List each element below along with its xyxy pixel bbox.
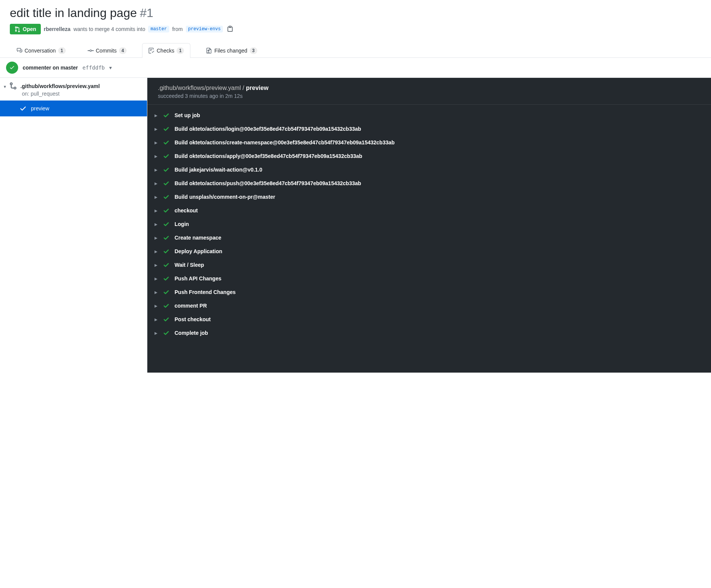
check-icon [163, 153, 169, 159]
tab-files[interactable]: Files changed 3 [199, 43, 263, 58]
pr-title: edit title in landing page [10, 6, 137, 20]
step-row[interactable]: ▶Post checkout [153, 313, 706, 326]
commit-label: commenter on master [23, 65, 78, 71]
chevron-right-icon: ▶ [154, 113, 158, 118]
step-row[interactable]: ▶Push Frontend Changes [153, 285, 706, 299]
chevron-right-icon: ▶ [154, 317, 158, 322]
tab-commits-label: Commits [96, 48, 117, 54]
chevron-right-icon: ▶ [154, 154, 158, 158]
chevron-right-icon: ▶ [154, 331, 158, 335]
step-row[interactable]: ▶Login [153, 217, 706, 231]
step-label: Create namespace [175, 235, 221, 241]
check-icon [9, 65, 15, 71]
step-label: Build okteto/actions/create-namespace@00… [175, 139, 395, 145]
file-diff-icon [206, 48, 212, 54]
pr-state-badge: Open [10, 24, 41, 34]
step-row[interactable]: ▶comment PR [153, 299, 706, 313]
step-label: checkout [175, 207, 198, 214]
tab-checks[interactable]: Checks 1 [142, 43, 191, 58]
step-row[interactable]: ▶Build jakejarvis/wait-action@v0.1.0 [153, 163, 706, 176]
sidebar-job-preview[interactable]: preview [0, 101, 147, 116]
tab-files-label: Files changed [214, 48, 247, 54]
chevron-right-icon: ▶ [154, 249, 158, 254]
check-icon [163, 330, 169, 336]
step-row[interactable]: ▶Build okteto/actions/apply@00e3ef35e8ed… [153, 149, 706, 163]
step-label: Deploy Application [175, 248, 222, 254]
step-label: Build okteto/actions/apply@00e3ef35e8ed4… [175, 153, 362, 159]
run-header: .github/workflows/preview.yaml / preview… [147, 78, 711, 105]
check-icon [163, 180, 169, 186]
from-word: from [172, 26, 183, 32]
check-icon [163, 248, 169, 254]
path-sep: / [243, 85, 244, 91]
commit-selector[interactable]: commenter on master effddfb ▾ [0, 58, 711, 78]
copy-branch-button[interactable] [226, 25, 234, 34]
check-icon [163, 207, 169, 214]
step-label: Build okteto/actions/login@00e3ef35e8ed4… [175, 126, 361, 132]
merge-text: wants to merge 4 commits into [74, 26, 145, 32]
check-icon [163, 316, 169, 322]
chevron-right-icon: ▶ [154, 209, 158, 213]
step-row[interactable]: ▶Complete job [153, 326, 706, 340]
step-label: Post checkout [175, 316, 211, 322]
tab-checks-label: Checks [157, 48, 175, 54]
pr-number: #1 [140, 6, 153, 20]
check-icon [20, 105, 26, 112]
chevron-right-icon: ▶ [154, 168, 158, 172]
check-icon [163, 303, 169, 309]
step-row[interactable]: ▶Build okteto/actions/push@00e3ef35e8ed4… [153, 176, 706, 190]
git-pull-request-icon [14, 26, 20, 32]
step-row[interactable]: ▶Build unsplash/comment-on-pr@master [153, 190, 706, 204]
check-icon [163, 139, 169, 145]
workflow-trigger: on: pull_request [0, 91, 147, 97]
pr-tabnav: Conversation 1 Commits 4 Checks 1 Files … [0, 43, 711, 58]
chevron-right-icon: ▶ [154, 195, 158, 199]
chevron-down-icon: ▾ [109, 65, 112, 71]
step-label: Build okteto/actions/push@00e3ef35e8ed47… [175, 180, 361, 186]
step-label: Login [175, 221, 189, 227]
step-row[interactable]: ▶Wait / Sleep [153, 258, 706, 272]
chevron-right-icon: ▶ [154, 236, 158, 240]
git-commit-icon [88, 48, 94, 54]
step-label: Build unsplash/comment-on-pr@master [175, 194, 275, 200]
tab-commits[interactable]: Commits 4 [81, 43, 133, 58]
chevron-right-icon: ▶ [154, 277, 158, 281]
step-row[interactable]: ▶Create namespace [153, 231, 706, 244]
check-icon [163, 262, 169, 268]
tab-conversation[interactable]: Conversation 1 [10, 43, 72, 58]
step-row[interactable]: ▶Push API Changes [153, 272, 706, 285]
tab-conversation-label: Conversation [25, 48, 56, 54]
chevron-down-icon: ▼ [3, 84, 7, 89]
chevron-right-icon: ▶ [154, 141, 158, 145]
step-label: Wait / Sleep [175, 262, 204, 268]
tab-conversation-count: 1 [58, 47, 66, 54]
check-icon [163, 289, 169, 295]
step-label: comment PR [175, 303, 207, 309]
workflow-row[interactable]: ▼ .github/workflows/preview.yaml [0, 78, 147, 91]
chevron-right-icon: ▶ [154, 290, 158, 294]
step-label: Set up job [175, 112, 200, 118]
run-status: succeeded 3 minutes ago in 2m 12s [158, 93, 700, 99]
pr-state-label: Open [23, 26, 36, 32]
step-label: Build jakejarvis/wait-action@v0.1.0 [175, 167, 262, 173]
chevron-right-icon: ▶ [154, 181, 158, 186]
head-branch[interactable]: preview-envs [186, 26, 223, 32]
step-row[interactable]: ▶Deploy Application [153, 244, 706, 258]
steps-list: ▶Set up job▶Build okteto/actions/login@0… [147, 105, 711, 344]
step-row[interactable]: ▶Build okteto/actions/login@00e3ef35e8ed… [153, 122, 706, 136]
check-icon [163, 194, 169, 200]
clipboard-icon [227, 25, 233, 32]
chevron-right-icon: ▶ [154, 263, 158, 267]
workflow-name: .github/workflows/preview.yaml [20, 83, 100, 89]
step-row[interactable]: ▶checkout [153, 204, 706, 217]
commit-sha: effddfb [82, 65, 105, 71]
check-icon [163, 167, 169, 173]
check-icon [163, 126, 169, 132]
step-row[interactable]: ▶Build okteto/actions/create-namespace@0… [153, 136, 706, 149]
comment-discussion-icon [16, 48, 22, 54]
pr-author[interactable]: rberrelleza [44, 26, 71, 32]
base-branch[interactable]: master [148, 26, 169, 32]
step-row[interactable]: ▶Set up job [153, 108, 706, 122]
chevron-right-icon: ▶ [154, 304, 158, 308]
run-job-name: preview [246, 85, 269, 91]
